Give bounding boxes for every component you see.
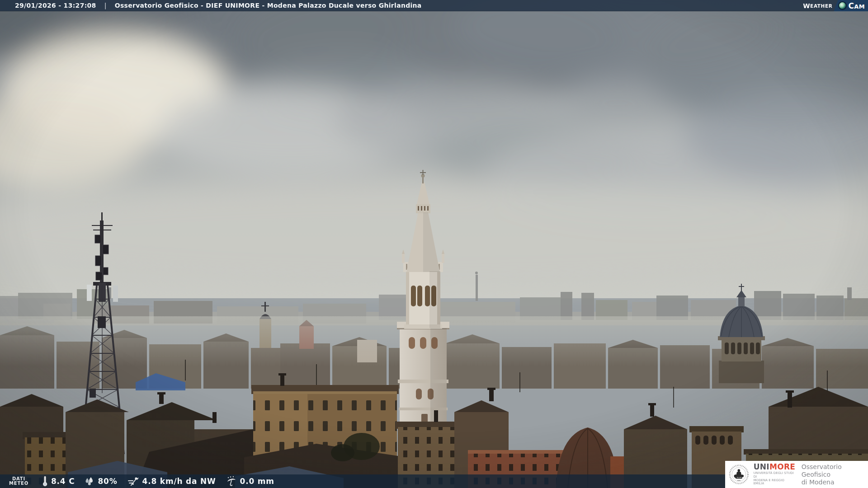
weathercam-word-cam: CAM bbox=[848, 1, 865, 10]
webcam-photo bbox=[0, 0, 868, 488]
humidity-value: 80% bbox=[98, 477, 117, 486]
precipitation-reading: 0.0 mm bbox=[226, 476, 274, 487]
temperature-value: 8.4 C bbox=[51, 477, 75, 486]
humidity-drops-icon bbox=[85, 476, 94, 486]
info-bar: 29/01/2026 - 13:27:08 | Osservatorio Geo… bbox=[0, 0, 868, 11]
observatory-name: Osservatorio Geofisico di Modena bbox=[802, 463, 868, 486]
weathercam-word-weather: WEATHER bbox=[803, 0, 834, 11]
weathercam-lens-icon bbox=[838, 1, 847, 10]
unimore-more: MORE bbox=[769, 462, 795, 471]
weathercam-logo: WEATHER CAM bbox=[803, 0, 868, 11]
precipitation-value: 0.0 mm bbox=[240, 477, 274, 486]
timestamp: 29/01/2026 - 13:27:08 bbox=[15, 2, 96, 9]
unimore-uni: UNI bbox=[754, 462, 769, 471]
thermometer-icon bbox=[42, 476, 48, 487]
webcam-frame: 29/01/2026 - 13:27:08 | Osservatorio Geo… bbox=[0, 0, 868, 488]
separator: | bbox=[104, 2, 107, 9]
university-subtitle: UNIVERSITÀ DEGLI STUDI DI MODENA E REGGI… bbox=[754, 472, 796, 486]
vignette bbox=[0, 0, 868, 488]
wind-reading: 4.8 km/h da NW bbox=[127, 476, 216, 486]
unimore-seal bbox=[728, 463, 750, 486]
weathercam-chip: CAM bbox=[834, 0, 868, 11]
unimore-wordmark: UNIMORE UNIVERSITÀ DEGLI STUDI DI MODENA… bbox=[754, 463, 796, 486]
wind-value: 4.8 km/h da NW bbox=[142, 477, 216, 486]
temperature-reading: 8.4 C bbox=[42, 476, 75, 487]
camera-title: Osservatorio Geofisico - DIEF UNIMORE - … bbox=[115, 2, 422, 9]
meteo-label: DATI METEO bbox=[9, 477, 28, 486]
umbrella-icon bbox=[226, 476, 237, 487]
humidity-reading: 80% bbox=[85, 476, 117, 486]
unimore-brand-box: UNIMORE UNIVERSITÀ DEGLI STUDI DI MODENA… bbox=[725, 461, 868, 488]
anemometer-icon bbox=[127, 476, 139, 486]
